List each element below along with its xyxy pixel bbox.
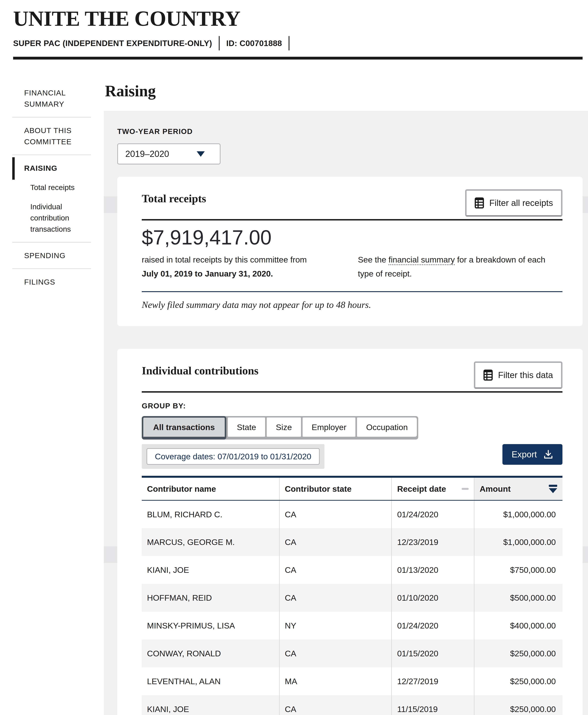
export-button[interactable]: Export (502, 444, 563, 465)
cell-amount: $1,000,000.00 (474, 528, 563, 556)
individual-contributions-card: Individual contributions Filter this dat… (117, 349, 583, 715)
group-by-button-group: All transactionsStateSizeEmployerOccupat… (142, 416, 418, 440)
table-row: MINSKY-PRIMUS, LISANY01/24/2020$400,000.… (142, 612, 563, 639)
filter-all-receipts-label: Filter all receipts (489, 198, 553, 208)
raising-panel: TWO-YEAR PERIOD 2019–2020 Total receipts (104, 111, 588, 715)
cell-amount: $500,000.00 (474, 584, 563, 612)
total-receipts-amount: $7,919,417.00 (142, 226, 563, 249)
cell-contributor-name: KIANI, JOE (142, 695, 279, 715)
sidebar: FINANCIAL SUMMARY ABOUT THIS COMMITTEE R… (0, 60, 104, 715)
cell-contributor-name: HOFFMAN, REID (142, 584, 279, 612)
cell-contributor-state: CA (279, 556, 392, 584)
group-by-employer[interactable]: Employer (302, 417, 356, 437)
section-rule (142, 391, 563, 393)
cell-receipt-date: 01/13/2020 (392, 556, 474, 584)
cell-receipt-date: 01/15/2020 (392, 639, 474, 667)
cell-contributor-state: CA (279, 528, 392, 556)
committee-meta: SUPER PAC (INDEPENDENT EXPENDITURE-ONLY)… (13, 36, 588, 50)
cell-amount: $250,000.00 (474, 639, 563, 667)
sidebar-divider (12, 242, 91, 243)
data-delay-note: Newly filed summary data may not appear … (142, 300, 563, 326)
sidebar-item-individual-contribution-transactions[interactable]: Individual contribution transactions (12, 201, 75, 234)
committee-type: SUPER PAC (INDEPENDENT EXPENDITURE-ONLY) (13, 39, 212, 48)
table-header-row: Contributor name Contributor state Recei… (142, 477, 563, 500)
sidebar-divider (12, 268, 91, 269)
table-row: CONWAY, RONALDCA01/15/2020$250,000.00 (142, 639, 563, 667)
cell-contributor-name: CONWAY, RONALD (142, 639, 279, 667)
cell-receipt-date: 01/24/2020 (392, 612, 474, 639)
column-header-receipt-date[interactable]: Receipt date (392, 477, 474, 500)
individual-contributions-heading: Individual contributions (142, 364, 258, 377)
sidebar-divider (12, 117, 91, 118)
cell-contributor-state: NY (279, 612, 392, 639)
cell-amount: $400,000.00 (474, 612, 563, 639)
cell-amount: $1,000,000.00 (474, 500, 563, 528)
sidebar-item-financial-summary[interactable]: FINANCIAL SUMMARY (12, 87, 73, 110)
table-row: MARCUS, GEORGE M.CA12/23/2019$1,000,000.… (142, 528, 563, 556)
section-rule (142, 219, 563, 221)
cell-receipt-date: 01/10/2020 (392, 584, 474, 612)
total-receipts-heading: Total receipts (142, 192, 206, 205)
coverage-dates-container: Coverage dates: 07/01/2019 to 01/31/2020 (142, 444, 324, 469)
sidebar-item-total-receipts[interactable]: Total receipts (12, 182, 75, 193)
cell-amount: $250,000.00 (474, 667, 563, 695)
total-receipts-description: raised in total receipts by this committ… (142, 253, 311, 281)
page: UNITE THE COUNTRY SUPER PAC (INDEPENDENT… (0, 0, 588, 715)
group-by-all-transactions[interactable]: All transactions (142, 416, 226, 440)
table-row: BLUM, RICHARD C.CA01/24/2020$1,000,000.0… (142, 500, 563, 528)
group-by-occupation[interactable]: Occupation (357, 417, 417, 437)
filter-this-data-button[interactable]: Filter this data (474, 362, 563, 389)
cell-contributor-state: CA (279, 639, 392, 667)
two-year-period-value: 2019–2020 (125, 149, 169, 159)
header-rule (13, 57, 583, 60)
main-content: Raising TWO-YEAR PERIOD 2019–2020 Total … (104, 60, 588, 715)
sidebar-item-filings[interactable]: FILINGS (12, 276, 73, 288)
column-header-contributor-name[interactable]: Contributor name (142, 477, 279, 500)
sidebar-group-raising: RAISING Total receipts Individual contri… (12, 163, 91, 234)
financial-summary-link[interactable]: financial summary (388, 255, 455, 265)
sidebar-item-raising[interactable]: RAISING (12, 163, 73, 174)
sidebar-item-about-this-committee[interactable]: ABOUT THIS COMMITTEE (12, 125, 73, 147)
column-header-amount[interactable]: Amount (474, 477, 563, 500)
divider (219, 36, 219, 50)
contributions-table: Contributor name Contributor state Recei… (142, 476, 563, 715)
total-receipts-card: Total receipts Filter all receipts (117, 177, 583, 326)
cell-receipt-date: 12/27/2019 (392, 667, 474, 695)
sidebar-item-spending[interactable]: SPENDING (12, 250, 73, 261)
navy-rule (142, 291, 563, 292)
chevron-down-icon (197, 151, 205, 157)
cell-amount: $750,000.00 (474, 556, 563, 584)
sort-none-icon (462, 488, 469, 490)
table-row: HOFFMAN, REIDCA01/10/2020$500,000.00 (142, 584, 563, 612)
filter-all-receipts-button[interactable]: Filter all receipts (465, 189, 563, 217)
cell-receipt-date: 11/15/2019 (392, 695, 474, 715)
page-header: UNITE THE COUNTRY SUPER PAC (INDEPENDENT… (0, 0, 588, 60)
table-row: KIANI, JOECA11/15/2019$250,000.00 (142, 695, 563, 715)
cell-receipt-date: 01/24/2020 (392, 500, 474, 528)
column-header-contributor-state[interactable]: Contributor state (279, 477, 392, 500)
cell-contributor-state: CA (279, 695, 392, 715)
table-row: LEVENTHAL, ALANMA12/27/2019$250,000.00 (142, 667, 563, 695)
financial-summary-note: See the financial summary for a breakdow… (358, 253, 554, 281)
committee-name: UNITE THE COUNTRY (13, 6, 588, 31)
table-icon (475, 197, 484, 208)
export-label: Export (511, 449, 537, 459)
cell-contributor-name: LEVENTHAL, ALAN (142, 667, 279, 695)
cell-contributor-name: MINSKY-PRIMUS, LISA (142, 612, 279, 639)
divider (289, 36, 290, 50)
cell-contributor-name: BLUM, RICHARD C. (142, 500, 279, 528)
two-year-period-select[interactable]: 2019–2020 (117, 143, 220, 164)
cell-contributor-state: CA (279, 500, 392, 528)
group-by-state[interactable]: State (228, 417, 265, 437)
table-row: KIANI, JOECA01/13/2020$750,000.00 (142, 556, 563, 584)
cell-receipt-date: 12/23/2019 (392, 528, 474, 556)
two-year-period-label: TWO-YEAR PERIOD (117, 127, 582, 136)
page-title: Raising (105, 82, 588, 100)
cell-contributor-name: KIANI, JOE (142, 556, 279, 584)
table-icon (483, 369, 493, 381)
filter-this-data-label: Filter this data (498, 370, 553, 380)
group-by-size[interactable]: Size (267, 417, 301, 437)
committee-id: ID: C00701888 (226, 39, 282, 48)
download-icon (543, 449, 553, 459)
cell-contributor-state: CA (279, 584, 392, 612)
